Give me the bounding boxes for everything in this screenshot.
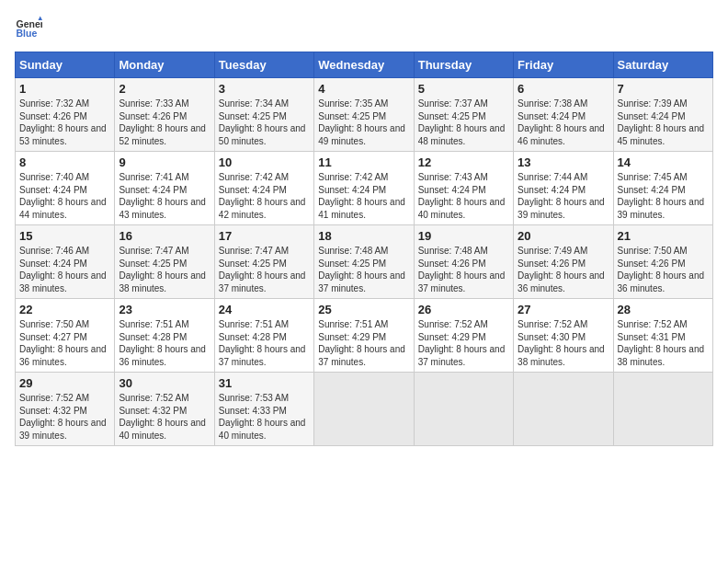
calendar-cell: 8 Sunrise: 7:40 AMSunset: 4:24 PMDayligh… <box>16 152 115 225</box>
calendar-cell: 16 Sunrise: 7:47 AMSunset: 4:25 PMDaylig… <box>115 225 214 299</box>
day-info: Sunrise: 7:47 AMSunset: 4:25 PMDaylight:… <box>219 246 306 293</box>
day-info: Sunrise: 7:37 AMSunset: 4:25 PMDaylight:… <box>418 98 506 146</box>
calendar-cell: 13 Sunrise: 7:44 AMSunset: 4:24 PMDaylig… <box>514 152 613 225</box>
calendar-cell <box>414 373 513 446</box>
day-number: 25 <box>318 303 409 316</box>
logo: General Blue <box>15 15 42 42</box>
day-info: Sunrise: 7:51 AMSunset: 4:29 PMDaylight:… <box>318 319 405 367</box>
day-info: Sunrise: 7:39 AMSunset: 4:24 PMDaylight:… <box>618 98 705 146</box>
day-number: 1 <box>19 82 110 96</box>
calendar-cell: 22 Sunrise: 7:50 AMSunset: 4:27 PMDaylig… <box>16 299 115 373</box>
calendar-cell: 24 Sunrise: 7:51 AMSunset: 4:28 PMDaylig… <box>214 299 313 373</box>
day-number: 30 <box>119 376 210 390</box>
day-info: Sunrise: 7:42 AMSunset: 4:24 PMDaylight:… <box>219 172 306 220</box>
weekday-header: Sunday <box>16 52 115 78</box>
calendar-cell: 29 Sunrise: 7:52 AMSunset: 4:32 PMDaylig… <box>16 373 115 446</box>
day-info: Sunrise: 7:51 AMSunset: 4:28 PMDaylight:… <box>119 319 206 367</box>
day-number: 10 <box>219 155 310 169</box>
weekday-header: Saturday <box>613 52 712 78</box>
day-info: Sunrise: 7:53 AMSunset: 4:33 PMDaylight:… <box>219 393 306 441</box>
day-info: Sunrise: 7:50 AMSunset: 4:26 PMDaylight:… <box>618 246 705 293</box>
day-info: Sunrise: 7:33 AMSunset: 4:26 PMDaylight:… <box>119 98 206 146</box>
day-number: 28 <box>618 303 709 316</box>
day-number: 26 <box>418 303 509 316</box>
weekday-header: Wednesday <box>314 52 414 78</box>
calendar-cell: 26 Sunrise: 7:52 AMSunset: 4:29 PMDaylig… <box>414 299 513 373</box>
logo-icon: General Blue <box>15 15 42 42</box>
day-info: Sunrise: 7:49 AMSunset: 4:26 PMDaylight:… <box>518 246 605 293</box>
day-number: 14 <box>618 155 709 169</box>
calendar-week-row: 8 Sunrise: 7:40 AMSunset: 4:24 PMDayligh… <box>16 152 713 225</box>
calendar-cell: 1 Sunrise: 7:32 AMSunset: 4:26 PMDayligh… <box>16 78 115 152</box>
day-info: Sunrise: 7:35 AMSunset: 4:25 PMDaylight:… <box>318 98 405 146</box>
day-info: Sunrise: 7:52 AMSunset: 4:32 PMDaylight:… <box>19 393 107 441</box>
day-number: 3 <box>219 82 310 96</box>
day-info: Sunrise: 7:51 AMSunset: 4:28 PMDaylight:… <box>219 319 306 367</box>
calendar-cell: 18 Sunrise: 7:48 AMSunset: 4:25 PMDaylig… <box>314 225 414 299</box>
calendar-cell: 25 Sunrise: 7:51 AMSunset: 4:29 PMDaylig… <box>314 299 414 373</box>
day-number: 20 <box>518 229 609 243</box>
weekday-header: Thursday <box>414 52 513 78</box>
weekday-header: Monday <box>115 52 214 78</box>
calendar-cell: 30 Sunrise: 7:52 AMSunset: 4:32 PMDaylig… <box>115 373 214 446</box>
day-number: 9 <box>119 155 210 169</box>
weekday-header: Tuesday <box>214 52 313 78</box>
calendar-cell: 20 Sunrise: 7:49 AMSunset: 4:26 PMDaylig… <box>514 225 613 299</box>
calendar-cell: 10 Sunrise: 7:42 AMSunset: 4:24 PMDaylig… <box>214 152 313 225</box>
calendar-cell <box>613 373 712 446</box>
day-number: 8 <box>19 155 110 169</box>
calendar-table: SundayMondayTuesdayWednesdayThursdayFrid… <box>15 52 713 446</box>
day-number: 23 <box>119 303 210 316</box>
calendar-cell: 15 Sunrise: 7:46 AMSunset: 4:24 PMDaylig… <box>16 225 115 299</box>
calendar-cell: 21 Sunrise: 7:50 AMSunset: 4:26 PMDaylig… <box>613 225 712 299</box>
calendar-cell: 6 Sunrise: 7:38 AMSunset: 4:24 PMDayligh… <box>514 78 613 152</box>
day-number: 22 <box>19 303 110 316</box>
day-info: Sunrise: 7:32 AMSunset: 4:26 PMDaylight:… <box>19 98 107 146</box>
day-number: 15 <box>19 229 110 243</box>
calendar-cell: 12 Sunrise: 7:43 AMSunset: 4:24 PMDaylig… <box>414 152 513 225</box>
calendar-cell: 28 Sunrise: 7:52 AMSunset: 4:31 PMDaylig… <box>613 299 712 373</box>
calendar-cell <box>514 373 613 446</box>
day-info: Sunrise: 7:46 AMSunset: 4:24 PMDaylight:… <box>19 246 107 293</box>
day-info: Sunrise: 7:42 AMSunset: 4:24 PMDaylight:… <box>318 172 405 220</box>
calendar-cell: 2 Sunrise: 7:33 AMSunset: 4:26 PMDayligh… <box>115 78 214 152</box>
calendar-cell: 4 Sunrise: 7:35 AMSunset: 4:25 PMDayligh… <box>314 78 414 152</box>
day-number: 4 <box>318 82 409 96</box>
day-number: 5 <box>418 82 509 96</box>
day-info: Sunrise: 7:47 AMSunset: 4:25 PMDaylight:… <box>119 246 206 293</box>
day-info: Sunrise: 7:41 AMSunset: 4:24 PMDaylight:… <box>119 172 206 220</box>
day-number: 24 <box>219 303 310 316</box>
day-number: 17 <box>219 229 310 243</box>
calendar-cell: 19 Sunrise: 7:48 AMSunset: 4:26 PMDaylig… <box>414 225 513 299</box>
weekday-header: Friday <box>514 52 613 78</box>
page-header: General Blue <box>15 15 713 42</box>
day-info: Sunrise: 7:52 AMSunset: 4:32 PMDaylight:… <box>119 393 206 441</box>
day-info: Sunrise: 7:48 AMSunset: 4:26 PMDaylight:… <box>418 246 506 293</box>
calendar-week-row: 22 Sunrise: 7:50 AMSunset: 4:27 PMDaylig… <box>16 299 713 373</box>
day-info: Sunrise: 7:52 AMSunset: 4:29 PMDaylight:… <box>418 319 506 367</box>
day-number: 2 <box>119 82 210 96</box>
weekday-header-row: SundayMondayTuesdayWednesdayThursdayFrid… <box>16 52 713 78</box>
calendar-cell: 11 Sunrise: 7:42 AMSunset: 4:24 PMDaylig… <box>314 152 414 225</box>
day-info: Sunrise: 7:34 AMSunset: 4:25 PMDaylight:… <box>219 98 306 146</box>
day-info: Sunrise: 7:50 AMSunset: 4:27 PMDaylight:… <box>19 319 107 367</box>
day-number: 12 <box>418 155 509 169</box>
calendar-week-row: 15 Sunrise: 7:46 AMSunset: 4:24 PMDaylig… <box>16 225 713 299</box>
day-number: 31 <box>219 376 310 390</box>
day-info: Sunrise: 7:38 AMSunset: 4:24 PMDaylight:… <box>518 98 605 146</box>
day-number: 27 <box>518 303 609 316</box>
svg-text:Blue: Blue <box>17 28 38 39</box>
day-number: 6 <box>518 82 609 96</box>
calendar-cell: 14 Sunrise: 7:45 AMSunset: 4:24 PMDaylig… <box>613 152 712 225</box>
day-info: Sunrise: 7:52 AMSunset: 4:31 PMDaylight:… <box>618 319 705 367</box>
day-number: 18 <box>318 229 409 243</box>
calendar-cell: 27 Sunrise: 7:52 AMSunset: 4:30 PMDaylig… <box>514 299 613 373</box>
day-info: Sunrise: 7:52 AMSunset: 4:30 PMDaylight:… <box>518 319 605 367</box>
day-info: Sunrise: 7:43 AMSunset: 4:24 PMDaylight:… <box>418 172 506 220</box>
calendar-cell: 31 Sunrise: 7:53 AMSunset: 4:33 PMDaylig… <box>214 373 313 446</box>
calendar-cell: 9 Sunrise: 7:41 AMSunset: 4:24 PMDayligh… <box>115 152 214 225</box>
calendar-week-row: 1 Sunrise: 7:32 AMSunset: 4:26 PMDayligh… <box>16 78 713 152</box>
day-number: 7 <box>618 82 709 96</box>
calendar-cell: 7 Sunrise: 7:39 AMSunset: 4:24 PMDayligh… <box>613 78 712 152</box>
day-info: Sunrise: 7:48 AMSunset: 4:25 PMDaylight:… <box>318 246 405 293</box>
